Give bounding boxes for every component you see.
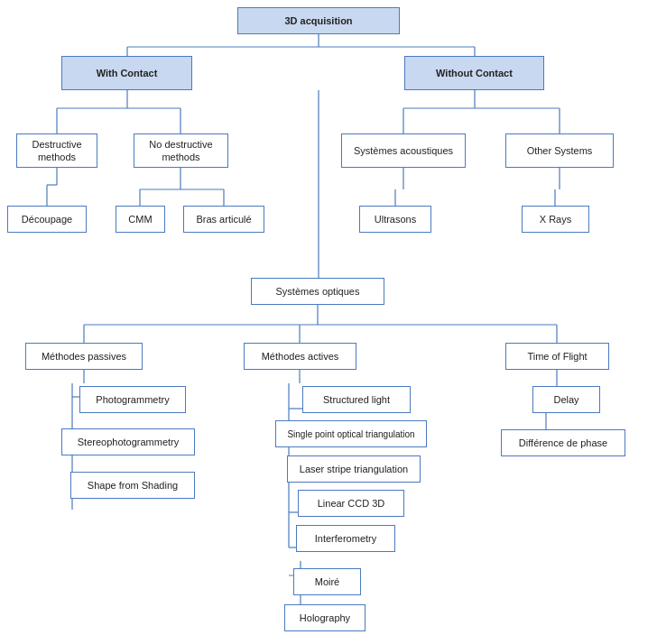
difference-de-phase-node: Différence de phase — [501, 429, 625, 456]
interferometry-node: Interferometry — [296, 525, 395, 552]
no-destructive-node: No destructive methods — [134, 133, 228, 168]
laser-stripe-node: Laser stripe triangulation — [287, 455, 421, 483]
bras-articule-node: Bras articulé — [183, 206, 264, 233]
x-rays-node: X Rays — [522, 206, 589, 233]
cmm-node: CMM — [116, 206, 165, 233]
stereophotogrammetry-node: Stereophotogrammetry — [61, 428, 195, 455]
time-of-flight-node: Time of Flight — [505, 343, 609, 370]
ultrasons-node: Ultrasons — [359, 206, 431, 233]
systemes-optiques-node: Systèmes optiques — [251, 278, 384, 305]
decoupage-node: Découpage — [7, 206, 87, 233]
other-systems-node: Other Systems — [505, 133, 614, 168]
holography-node: Holography — [284, 604, 366, 631]
diagram: 3D acquisition With Contact Without Cont… — [0, 0, 657, 644]
systemes-acoustiques-node: Systèmes acoustiques — [341, 133, 466, 168]
linear-ccd-node: Linear CCD 3D — [298, 490, 404, 517]
root-node: 3D acquisition — [237, 7, 400, 34]
methodes-actives-node: Méthodes actives — [244, 343, 356, 370]
with-contact-node: With Contact — [61, 56, 192, 90]
photogrammetry-node: Photogrammetry — [79, 386, 186, 413]
structured-light-node: Structured light — [302, 386, 411, 413]
methodes-passives-node: Méthodes passives — [25, 343, 143, 370]
without-contact-node: Without Contact — [404, 56, 544, 90]
destructive-node: Destructive methods — [16, 133, 97, 168]
single-point-node: Single point optical triangulation — [275, 420, 427, 447]
delay-node: Delay — [532, 386, 600, 413]
moire-node: Moiré — [293, 568, 361, 595]
shape-from-shading-node: Shape from Shading — [70, 472, 195, 499]
